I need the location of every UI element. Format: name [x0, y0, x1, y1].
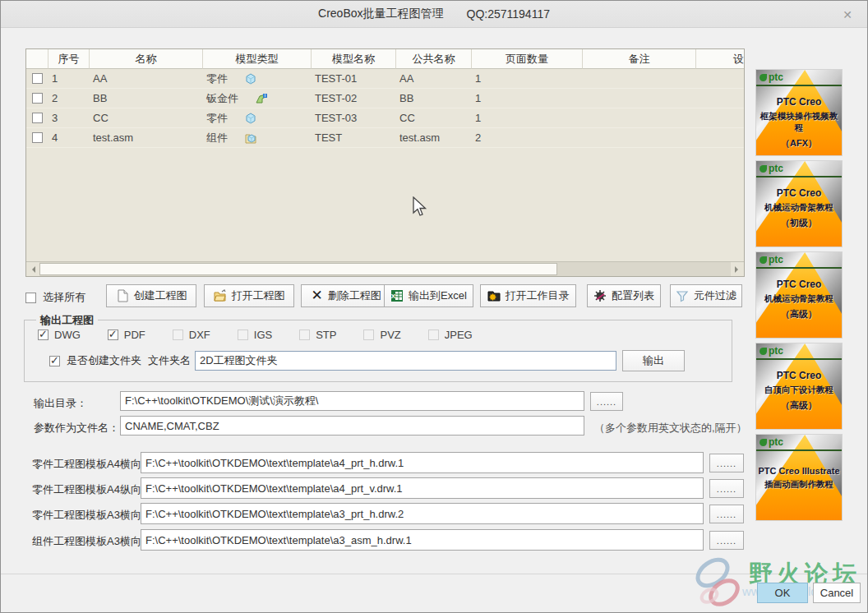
format-jpeg[interactable]: JPEG [428, 329, 473, 341]
template-a4h-browse-button[interactable]: ...... [709, 454, 744, 472]
template-a4v-input[interactable] [141, 477, 704, 499]
create-folder-checkbox[interactable] [49, 356, 60, 366]
format-igs[interactable]: IGS [238, 329, 272, 341]
folder-name-input[interactable] [195, 351, 616, 371]
open-drawing-button[interactable]: 打开工程图 [204, 284, 294, 307]
format-pdf[interactable]: PDF [108, 329, 145, 341]
table-row[interactable]: 3 CC 零件 TEST-03 CC 1 [26, 108, 744, 128]
button-label: 打开工作目录 [506, 288, 570, 303]
output-dir-browse-button[interactable]: ...... [590, 392, 623, 411]
row-checkbox[interactable] [32, 93, 43, 104]
cell-seq: 4 [48, 128, 90, 148]
ptc-logo: ptc [760, 436, 783, 448]
output-dir-input[interactable] [120, 391, 584, 411]
button-label: 元件过滤 [694, 288, 736, 303]
cell-type: 零件 [206, 108, 228, 128]
format-dwg[interactable]: DWG [38, 329, 81, 341]
export-button[interactable]: 输出 [622, 350, 685, 371]
header-name: 名称 [90, 49, 203, 69]
qq-contact: QQ:2571194117 [467, 7, 550, 21]
create-folder-row: 是否创建文件夹 文件夹名： [49, 353, 201, 368]
scrollbar-thumb[interactable] [39, 263, 557, 275]
ad-banner[interactable]: ptc PTC Creo机械运动骨架教程（初级） [755, 160, 843, 247]
leaf-icon [760, 256, 767, 264]
svg-text:X: X [391, 293, 396, 300]
row-checkbox[interactable] [32, 113, 43, 123]
cell-pages: 1 [472, 89, 583, 108]
scroll-right-arrow-icon[interactable] [731, 262, 744, 276]
pdf-checkbox[interactable] [108, 330, 118, 340]
stp-checkbox[interactable] [299, 330, 310, 340]
button-label: 打开工程图 [232, 288, 285, 303]
params-input[interactable] [120, 416, 584, 436]
button-label: 创建工程图 [134, 288, 187, 303]
template-asm-input[interactable] [141, 529, 704, 551]
header-checkbox-col [26, 49, 48, 69]
format-stp[interactable]: STP [299, 329, 336, 341]
ptc-logo: ptc [760, 345, 783, 357]
row-checkbox[interactable] [32, 132, 43, 143]
close-icon[interactable]: ✕ [839, 7, 856, 23]
assembly-icon [244, 131, 257, 145]
ok-button[interactable]: OK [757, 583, 808, 603]
table-row[interactable]: 2 BB 钣金件 i TEST-02 BB 1 [26, 89, 744, 108]
cell-pages: 1 [472, 108, 583, 128]
mouse-cursor [410, 196, 428, 218]
select-all-control[interactable]: 选择所有 [25, 290, 85, 305]
table-row[interactable]: 4 test.asm 组件 TEST test.asm 2 [26, 128, 744, 148]
dxf-checkbox[interactable] [173, 330, 183, 340]
cell-name: AA [90, 69, 203, 89]
button-label: 输出到Excel [409, 288, 467, 303]
cell-extra [696, 89, 744, 108]
select-all-label: 选择所有 [43, 290, 85, 305]
part-icon [244, 72, 257, 85]
leaf-icon [760, 165, 767, 173]
cell-common: AA [396, 69, 472, 89]
window-title: CreoBox批量工程图管理 [318, 7, 443, 21]
header-extra: 设 [696, 49, 744, 69]
cancel-button[interactable]: Cancel [813, 583, 861, 603]
ad-banner[interactable]: ptc PTC Creo自顶向下设计教程（高级） [755, 343, 843, 430]
leaf-icon [760, 74, 767, 81]
export-excel-button[interactable]: X 输出到Excel [384, 284, 473, 307]
cell-extra [696, 108, 744, 128]
header-common: 公共名称 [396, 49, 472, 69]
ad-banner[interactable]: ptc PTC Creo框架模块操作视频教程（AFX） [755, 69, 843, 156]
pvz-checkbox[interactable] [363, 330, 374, 340]
sheetmetal-icon: i [255, 92, 268, 105]
table-row[interactable]: 1 AA 零件 TEST-01 AA 1 [26, 69, 744, 89]
cell-seq: 2 [48, 89, 90, 108]
configure-list-button[interactable]: 配置列表 [587, 284, 661, 307]
cell-model: TEST-01 [312, 69, 396, 89]
create-drawing-button[interactable]: 创建工程图 [106, 284, 196, 307]
dwg-checkbox[interactable] [38, 330, 48, 340]
scroll-left-arrow-icon[interactable] [26, 262, 39, 276]
format-pvz[interactable]: PVZ [363, 329, 400, 341]
template-a3h-browse-button[interactable]: ...... [709, 505, 744, 523]
ad-banner[interactable]: ptc PTC Creo机械运动骨架教程（高级） [755, 251, 843, 339]
select-all-checkbox[interactable] [25, 293, 36, 303]
ad-banner[interactable]: ptc PTC Creo Illustrate插画动画制作教程 [755, 434, 843, 521]
cell-remark [583, 108, 696, 128]
row-checkbox[interactable] [32, 73, 43, 84]
cell-model: TEST-02 [312, 89, 396, 108]
cell-model: TEST-03 [312, 108, 396, 128]
template-a4h-input[interactable] [141, 452, 704, 473]
igs-checkbox[interactable] [238, 330, 248, 340]
delete-drawing-button[interactable]: ✕ 删除工程图 [301, 284, 391, 307]
new-drawing-icon [116, 289, 129, 302]
format-dxf[interactable]: DXF [173, 329, 210, 341]
open-workdir-button[interactable]: 打开工作目录 [480, 284, 576, 307]
cell-common: CC [396, 108, 472, 128]
component-filter-button[interactable]: 元件过滤 [670, 284, 742, 307]
cell-name: test.asm [90, 128, 203, 148]
cell-remark [583, 89, 696, 108]
template-asm-label: 组件工程图模板A3横向： [32, 534, 152, 549]
butterfly-logo [688, 555, 749, 612]
cell-extra [583, 128, 696, 148]
horizontal-scrollbar[interactable] [26, 261, 744, 276]
template-a3h-input[interactable] [141, 503, 704, 524]
jpeg-checkbox[interactable] [428, 330, 439, 340]
template-a4v-browse-button[interactable]: ...... [709, 479, 744, 498]
template-asm-browse-button[interactable]: ...... [709, 531, 744, 550]
